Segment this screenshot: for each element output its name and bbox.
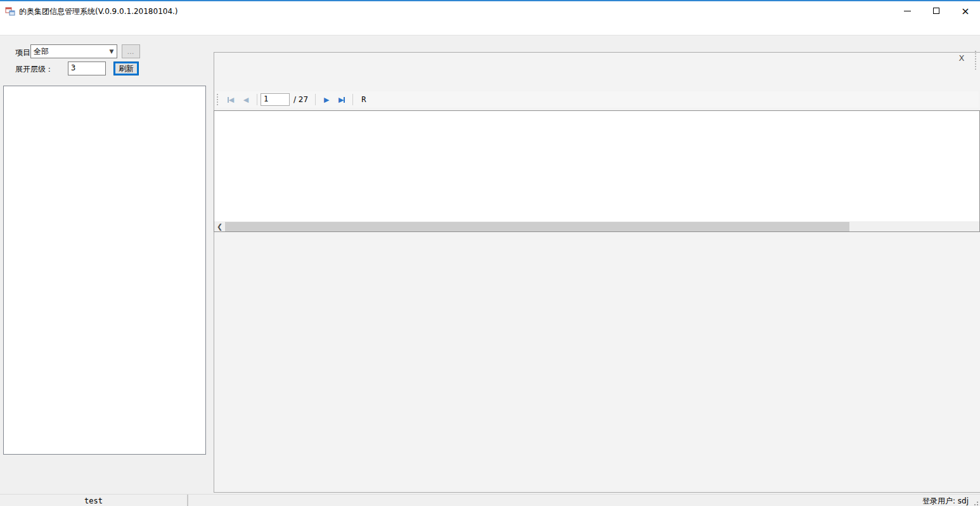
login-user-label: 登录用户: sdj xyxy=(922,496,969,506)
app-icon xyxy=(5,6,15,16)
project-browse-button[interactable]: … xyxy=(122,44,140,58)
task-grid xyxy=(214,110,980,231)
status-project-label: test xyxy=(0,495,188,506)
minimize-button[interactable] xyxy=(893,1,922,20)
maximize-button[interactable] xyxy=(922,1,951,20)
task-tree xyxy=(3,86,206,455)
toolbar-grip xyxy=(217,94,219,105)
panel-grip xyxy=(975,51,977,70)
toolbar-separator xyxy=(315,94,316,105)
refresh-records-button[interactable]: R xyxy=(356,95,371,104)
next-record-button[interactable]: ▶ xyxy=(319,93,334,106)
toolbar-separator xyxy=(257,94,257,105)
page-count-label: / 27 xyxy=(290,95,312,104)
project-select[interactable]: 全部▼ xyxy=(30,44,117,58)
window-title: 的奥集团信息管理系统(V.0.9.0.1.20180104.) xyxy=(19,6,178,17)
app-window: 的奥集团信息管理系统(V.0.9.0.1.20180104.) × 项目 全部▼… xyxy=(0,0,980,506)
page-number-input[interactable]: 1 xyxy=(261,93,290,106)
record-navigator: ◀ ◀ 1 / 27 ▶ ▶ R xyxy=(215,91,979,108)
chevron-down-icon: ▼ xyxy=(106,48,117,55)
expand-depth-label: 展开层级： xyxy=(15,64,53,75)
title-bar: 的奥集团信息管理系统(V.0.9.0.1.20180104.) × xyxy=(0,1,980,22)
grid-horizontal-scrollbar[interactable]: ❮ xyxy=(214,221,980,232)
previous-record-button[interactable]: ◀ xyxy=(238,93,254,106)
scrollbar-thumb[interactable] xyxy=(225,222,849,231)
project-label: 项目 xyxy=(15,48,30,58)
expand-depth-input[interactable]: 3 xyxy=(68,62,106,75)
resize-grip-icon[interactable] xyxy=(972,500,979,506)
menu-bar xyxy=(0,22,980,36)
toolbar-separator xyxy=(352,94,353,105)
refresh-button[interactable]: 刷新 xyxy=(113,62,139,75)
last-record-button[interactable]: ▶ xyxy=(334,93,349,106)
close-button[interactable]: × xyxy=(951,1,980,20)
status-bar: test 登录用户: sdj xyxy=(0,494,980,506)
first-record-button[interactable]: ◀ xyxy=(223,93,238,106)
panel-close-button[interactable]: X xyxy=(955,53,969,65)
scroll-left-icon[interactable]: ❮ xyxy=(214,222,225,231)
